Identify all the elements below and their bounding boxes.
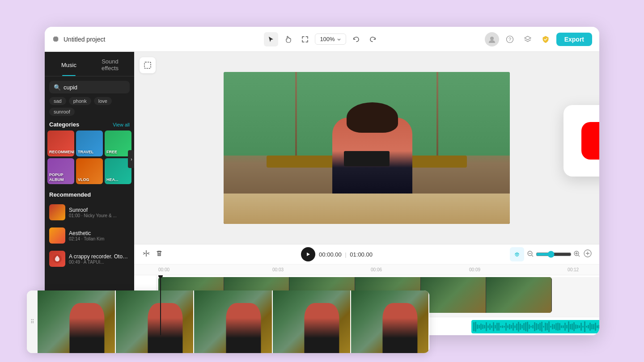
total-time: 01:00.00 xyxy=(350,251,373,258)
waveform-bar xyxy=(541,322,542,332)
waveform-bar xyxy=(561,325,562,328)
waveform-bar xyxy=(598,325,599,328)
layers-button[interactable] xyxy=(521,32,535,46)
filmstrip-handle[interactable]: ⠿ xyxy=(27,290,38,353)
waveform-bar xyxy=(521,325,523,328)
ai-assist-button[interactable] xyxy=(510,247,524,261)
timeline-add-button[interactable] xyxy=(583,249,592,260)
waveform-bar xyxy=(496,323,498,331)
help-button[interactable]: ? xyxy=(503,32,517,46)
search-row: 🔍 ⚙ xyxy=(49,81,130,93)
canvas-frame-button[interactable] xyxy=(140,57,156,73)
recommended-section: Recommended Sunroof 01:00 · Nicky Youre … xyxy=(45,188,134,272)
category-travel[interactable]: TRAVEL xyxy=(76,130,103,156)
waveform-bar xyxy=(495,325,496,328)
current-time-display: 00:00.00 | 01:00.00 xyxy=(319,251,373,258)
waveform-bar xyxy=(582,326,584,328)
zoom-out-button[interactable] xyxy=(527,250,534,259)
svg-point-0 xyxy=(490,37,494,40)
category-head-label: HEA... xyxy=(106,177,119,182)
undo-button[interactable] xyxy=(349,32,363,46)
category-recommend[interactable]: RECOMMEND xyxy=(47,130,74,156)
tag-love[interactable]: love xyxy=(94,97,112,105)
timeline-delete-button[interactable] xyxy=(155,249,164,260)
tab-music[interactable]: Music xyxy=(48,52,89,76)
svg-line-13 xyxy=(532,255,533,257)
waveform-bar xyxy=(523,323,525,330)
svg-line-9 xyxy=(147,253,149,254)
category-free-label: FREE xyxy=(106,150,117,155)
waveform-bar xyxy=(491,325,492,328)
fullscreen-tool-button[interactable] xyxy=(298,32,312,46)
project-title: Untitled project xyxy=(64,36,105,43)
hand-tool-button[interactable] xyxy=(281,32,295,46)
top-bar-left: ⏺ Untitled project xyxy=(52,34,264,44)
category-recommend-label: RECOMMEND xyxy=(49,150,74,155)
filmstrip-frames xyxy=(38,290,429,353)
export-button[interactable]: Export xyxy=(556,33,592,46)
waveform-bar xyxy=(580,323,582,331)
category-vlog[interactable]: VLOG xyxy=(76,158,103,184)
shield-button[interactable] xyxy=(538,32,553,46)
waveform-bar xyxy=(575,324,576,329)
redo-button[interactable] xyxy=(366,32,380,46)
waveform-bar xyxy=(502,325,503,328)
track-sunroof-thumb xyxy=(49,204,65,220)
waveform-bar xyxy=(529,324,530,329)
tag-sunroof[interactable]: sunroof xyxy=(49,108,75,116)
youtube-logo xyxy=(581,122,599,160)
track-aesthetic[interactable]: Aesthetic 02:14 · Tollan Kim xyxy=(45,224,134,247)
track-sunroof[interactable]: Sunroof 01:00 · Nicky Youre & ... xyxy=(45,201,134,224)
search-input[interactable] xyxy=(64,84,134,91)
track-crappy-info: A crappy recorder. Otoboke /... 00:49 · … xyxy=(69,253,130,265)
zoom-slider-area xyxy=(527,250,580,259)
cursor-tool-button[interactable] xyxy=(264,32,278,46)
view-all-button[interactable]: View all xyxy=(113,122,130,127)
waveform-bar xyxy=(532,325,534,328)
category-travel-label: TRAVEL xyxy=(78,150,93,155)
waveform-bar xyxy=(534,322,535,332)
timeline-center: 00:00.00 | 01:00.00 xyxy=(301,247,373,261)
category-free[interactable]: FREE xyxy=(105,130,131,156)
track-crappy-meta: 00:49 · A TAPUI... xyxy=(69,260,130,265)
svg-point-11 xyxy=(517,254,518,255)
tag-phonk[interactable]: phonk xyxy=(69,97,91,105)
category-vlog-label: VLOG xyxy=(78,177,89,182)
top-bar-right: ? Export xyxy=(380,32,592,46)
tags-row: sad phonk love sunroof xyxy=(45,97,134,119)
tag-sad[interactable]: sad xyxy=(49,97,66,105)
user-avatar-button[interactable] xyxy=(485,32,499,46)
play-button[interactable] xyxy=(301,247,315,261)
category-popup[interactable]: POPUP ALBUM xyxy=(47,158,74,184)
track-crappy[interactable]: A crappy recorder. Otoboke /... 00:49 · … xyxy=(45,247,134,270)
waveform-bar xyxy=(527,322,528,332)
recommended-label: Recommended xyxy=(49,191,91,198)
waveform-bar xyxy=(530,326,532,328)
waveform-bar xyxy=(525,322,526,331)
strip-frame-5 xyxy=(421,277,487,313)
ruler-mark-0: 00:00 xyxy=(158,267,194,272)
category-head[interactable]: HEA... xyxy=(105,158,131,184)
filmstrip-frame-4 xyxy=(273,290,351,353)
categories-next-arrow[interactable]: › xyxy=(128,150,134,168)
waveform-bar xyxy=(511,325,512,328)
timeline-split-button[interactable] xyxy=(141,248,151,260)
waveform-bar xyxy=(482,324,483,329)
waveform-bar xyxy=(579,325,580,328)
zoom-slider-input[interactable] xyxy=(536,251,572,258)
strip-frame-6 xyxy=(486,277,552,313)
zoom-value: 100% xyxy=(320,36,335,42)
zoom-in-button[interactable] xyxy=(573,250,580,259)
audio-waveform[interactable] xyxy=(471,320,599,333)
zoom-selector[interactable]: 100% xyxy=(315,34,346,45)
waveform-bar xyxy=(564,323,566,331)
svg-line-16 xyxy=(578,255,580,257)
tab-sound-effects[interactable]: Sound effects xyxy=(89,52,131,76)
categories-grid: RECOMMEND TRAVEL FREE POPUP ALBUM xyxy=(45,130,134,188)
ruler-mark-4: 00:12 xyxy=(480,267,579,272)
timeline-right xyxy=(510,247,592,261)
categories-label: Categories xyxy=(49,121,79,128)
waveform-bar xyxy=(559,323,560,330)
waveform-bar xyxy=(507,325,508,328)
svg-line-7 xyxy=(143,253,145,254)
